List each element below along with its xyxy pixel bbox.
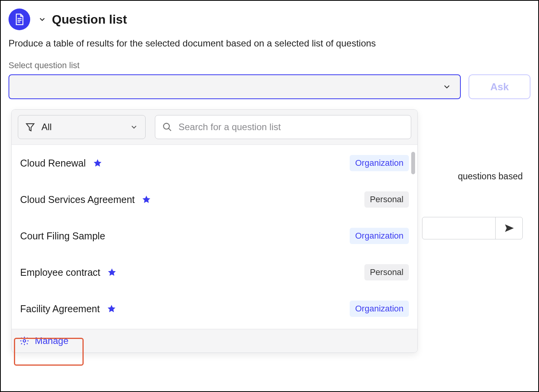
search-box[interactable]: [155, 115, 411, 139]
tag-organization: Organization: [350, 301, 409, 317]
list-item[interactable]: Cloud Services AgreementPersonal: [12, 181, 417, 218]
tag-personal: Personal: [364, 191, 409, 208]
svg-point-5: [23, 340, 26, 342]
list-item[interactable]: Employee contractPersonal: [12, 254, 417, 291]
page-title: Question list: [52, 12, 127, 27]
ask-button-label: Ask: [490, 81, 509, 93]
list-item[interactable]: Facility AgreementOrganization: [12, 291, 417, 327]
background-hint-text: questions based: [458, 171, 523, 182]
item-name: Court Filing Sample: [20, 230, 105, 242]
panel-toolbar: All: [12, 110, 417, 145]
chevron-down-icon[interactable]: [38, 15, 46, 24]
document-icon: [9, 9, 30, 30]
title-row: Question list: [38, 12, 127, 27]
chevron-down-icon: [442, 82, 451, 91]
description-text: Produce a table of results for the selec…: [9, 38, 530, 49]
star-icon: [107, 304, 116, 313]
search-input[interactable]: [179, 122, 404, 132]
list-item[interactable]: Court Filing SampleOrganization: [12, 218, 417, 254]
filter-label: All: [41, 122, 52, 132]
star-icon: [142, 195, 151, 204]
item-name: Facility Agreement: [20, 303, 100, 315]
manage-button[interactable]: Manage: [12, 329, 417, 352]
star-icon: [107, 268, 117, 277]
chevron-down-icon: [130, 123, 138, 131]
list-item[interactable]: Cloud RenewalOrganization: [12, 145, 417, 181]
select-row: Ask: [9, 74, 530, 99]
filter-dropdown[interactable]: All: [18, 115, 146, 139]
search-icon: [162, 122, 172, 132]
gear-icon: [19, 336, 29, 346]
scrollbar-thumb[interactable]: [411, 152, 415, 174]
filter-icon: [25, 122, 35, 132]
list-area: Cloud RenewalOrganizationCloud Services …: [12, 145, 417, 329]
background-text-input[interactable]: [422, 217, 495, 239]
field-label: Select question list: [9, 60, 530, 70]
tag-organization: Organization: [350, 228, 409, 244]
svg-point-3: [163, 123, 169, 129]
item-name: Cloud Services Agreement: [20, 194, 135, 205]
manage-label: Manage: [35, 335, 69, 346]
star-icon: [93, 158, 102, 168]
dropdown-panel: All Cloud RenewalOrganizationCloud Servi…: [11, 109, 418, 353]
send-button[interactable]: [495, 217, 522, 239]
ask-button[interactable]: Ask: [469, 74, 530, 99]
header: Question list: [9, 9, 530, 30]
tag-personal: Personal: [364, 264, 409, 280]
item-name: Cloud Renewal: [20, 158, 86, 169]
app-frame: Question list Produce a table of results…: [0, 0, 539, 392]
background-ask-input: [422, 217, 523, 239]
item-name: Employee contract: [20, 267, 100, 278]
svg-line-4: [168, 128, 171, 131]
tag-organization: Organization: [350, 155, 409, 171]
question-list-select[interactable]: [9, 74, 461, 99]
